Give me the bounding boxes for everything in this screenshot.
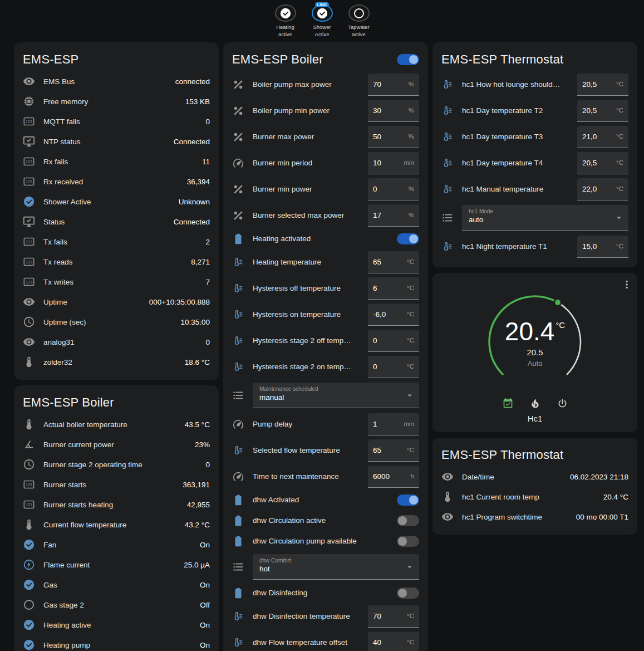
number-input[interactable]: 70%	[368, 74, 419, 96]
entity-row[interactable]: Gas stage 2Off	[23, 595, 210, 615]
entity-row[interactable]: NTP statusConnected	[23, 131, 210, 151]
svg-text:123: 123	[26, 503, 32, 507]
entity-row[interactable]: StatusConnected	[23, 212, 210, 232]
entity-value: 06.02.2023 21:18	[570, 473, 628, 481]
entity-row[interactable]: 123Tx writes7	[23, 272, 210, 292]
entity-name: hc1 Day temperature T2	[462, 106, 569, 115]
toggle-switch[interactable]	[397, 536, 419, 547]
entity-row[interactable]: 123Burner starts363,191	[23, 474, 210, 495]
entity-row[interactable]: Actual boiler temperature43.5 °C	[23, 414, 210, 434]
select-field[interactable]: Maintenance scheduledmanual	[253, 383, 419, 408]
number-input[interactable]: 6°C	[368, 277, 419, 300]
entity-row: hc1 Manual temperature22,0°C	[441, 176, 628, 202]
entity-row[interactable]: 123Tx fails2	[23, 232, 210, 252]
more-menu-icon[interactable]	[621, 278, 633, 291]
entity-name: Burner starts heating	[43, 501, 179, 509]
number-input[interactable]: 21,0°C	[577, 126, 628, 148]
entity-row[interactable]: Flame current25.0 µA	[23, 555, 210, 575]
number-input[interactable]: 65°C	[368, 439, 419, 462]
thermo-wave-icon	[441, 183, 454, 195]
number-input[interactable]: 22,0°C	[577, 178, 628, 200]
entity-row[interactable]: Burner stage 2 operating time0	[23, 454, 210, 474]
entity-row[interactable]: Shower ActiveUnknown	[23, 192, 210, 212]
number-input[interactable]: -6,0°C	[368, 304, 419, 326]
entity-row[interactable]: Burner current power23%	[23, 434, 210, 454]
entity-name: hc1 Day temperature T4	[462, 159, 569, 167]
number-input[interactable]: 0°C	[368, 330, 419, 352]
number-input[interactable]: 6000h	[368, 466, 419, 488]
thermostat-info-card: EMS-ESP Thermostat Date/time06.02.2023 2…	[432, 438, 637, 535]
fire-icon[interactable]	[529, 398, 541, 409]
number-input[interactable]: 20,5°C	[577, 152, 628, 174]
number-input[interactable]: 0°C	[368, 356, 419, 378]
entity-row[interactable]: 123Burner starts heating42,955	[23, 495, 210, 515]
calendar-check-icon[interactable]	[502, 398, 514, 409]
number-input[interactable]: 15,0°C	[577, 236, 628, 258]
number-input[interactable]: 30%	[368, 100, 419, 122]
eye-icon	[23, 336, 35, 348]
number-input[interactable]: 70°C	[368, 605, 419, 628]
number-value: 65	[373, 258, 381, 266]
entity-row[interactable]: FanOn	[23, 535, 210, 555]
select-value: manual	[259, 393, 402, 402]
entity-row[interactable]: Free memory153 KB	[23, 91, 210, 111]
toggle-switch[interactable]	[397, 495, 419, 506]
entity-row[interactable]: 123Tx reads8,271	[23, 252, 210, 272]
badge-circle[interactable]: LINK	[312, 4, 333, 22]
entity-row[interactable]: 123MQTT fails0	[23, 111, 210, 131]
badge-circle[interactable]	[348, 4, 370, 22]
entity-row[interactable]: GasOn	[23, 575, 210, 595]
monitor-icon	[23, 135, 35, 148]
entity-value: 0	[205, 461, 210, 469]
number-input[interactable]: 50%	[368, 126, 419, 148]
number-value: 40	[373, 638, 381, 647]
number-input[interactable]: 17%	[368, 204, 419, 227]
entity-row[interactable]: Heating activeOn	[23, 615, 210, 635]
select-field[interactable]: hc1 Modeauto	[462, 205, 628, 231]
entity-row[interactable]: Heating pumpOn	[23, 635, 210, 651]
entity-row[interactable]: zolder3218.6 °C	[23, 352, 210, 372]
toggle-switch[interactable]	[397, 233, 419, 244]
circle-outline-icon	[353, 7, 365, 19]
entity-name: Fan	[43, 541, 191, 549]
entity-row[interactable]: hc1 Program switchtime00 mo 00:00 T1	[441, 507, 628, 527]
entity-row[interactable]: 123Rx received36,394	[23, 172, 210, 192]
power-icon[interactable]	[557, 398, 568, 409]
entity-name: Rx received	[43, 178, 179, 186]
toggle-switch[interactable]	[397, 588, 419, 599]
entity-row[interactable]: Uptime000+10:35:00.888	[23, 292, 210, 312]
entity-row[interactable]: analog310	[23, 332, 210, 352]
counter-icon: 123	[23, 236, 35, 248]
entity-row[interactable]: Date/time06.02.2023 21:18	[441, 467, 628, 487]
entity-name: Hysteresis off temperature	[253, 284, 360, 292]
thermometer-icon	[23, 356, 35, 368]
counter-icon: 123	[23, 276, 35, 288]
entity-row[interactable]: Current flow temperature43.2 °C	[23, 515, 210, 535]
number-input[interactable]: 0%	[368, 178, 419, 200]
entity-value: 25.0 µA	[184, 561, 210, 569]
entity-name: Tx writes	[43, 278, 197, 286]
badge-circle[interactable]	[275, 4, 296, 22]
number-input[interactable]: 40°C	[368, 632, 419, 651]
link-chip: LINK	[315, 2, 330, 7]
number-input[interactable]: 65°C	[368, 251, 419, 273]
number-value: 0	[373, 363, 377, 371]
entity-row[interactable]: Uptime (sec)10:35:00	[23, 312, 210, 332]
number-input[interactable]: 10min	[368, 152, 419, 174]
number-input[interactable]: 20,5°C	[577, 74, 628, 96]
temperature-dial[interactable]: 20.4°C 20.5 Auto	[480, 287, 589, 397]
entity-row[interactable]: EMS Busconnected	[23, 71, 210, 91]
entity-rows: hc1 How hot lounge should…20,5°Chc1 Day …	[441, 71, 628, 260]
card-toggle[interactable]	[397, 54, 419, 65]
toggle-knob	[398, 537, 407, 546]
number-input[interactable]: 1min	[368, 413, 419, 435]
select-field[interactable]: dhw Comforthot	[253, 554, 419, 580]
entity-row[interactable]: 123Rx fails11	[23, 151, 210, 172]
entity-row: Hysteresis stage 2 on temp…0°C	[232, 354, 419, 380]
battery-icon	[232, 515, 244, 527]
number-input[interactable]: 20,5°C	[577, 100, 628, 122]
thermo-wave-icon	[232, 610, 244, 623]
entity-rows: Date/time06.02.2023 21:18hc1 Current roo…	[441, 467, 628, 527]
toggle-switch[interactable]	[397, 515, 419, 526]
entity-row[interactable]: hc1 Current room temp20.4 °C	[441, 487, 628, 507]
